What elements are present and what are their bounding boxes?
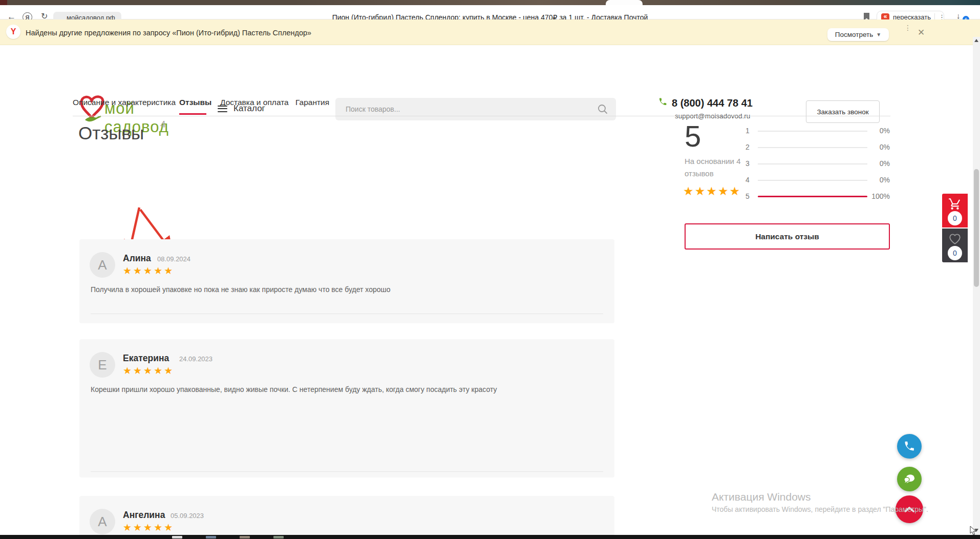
review-date: 05.09.2023 — [171, 512, 204, 520]
reviews-count: 4 — [160, 119, 166, 130]
windows-activation-watermark: Активация Windows — [712, 491, 811, 503]
yandex-logo-icon: Y — [6, 25, 20, 39]
summary-stars: ★★★★★ — [683, 184, 741, 198]
star-icon: ★ — [164, 265, 174, 276]
avatar: А — [90, 252, 115, 278]
notification-close-icon[interactable]: ✕ — [918, 27, 925, 38]
phone-number[interactable]: 8 (800) 444 78 41 — [672, 97, 753, 109]
bar-percent: 0% — [865, 176, 890, 184]
bar-label: 1 — [745, 127, 750, 135]
star-icon: ★ — [154, 522, 164, 533]
avatar: А — [90, 509, 115, 534]
notification-menu-icon[interactable]: ⋮ — [904, 26, 906, 29]
tab-description[interactable]: Описание и характеристика — [73, 98, 176, 107]
callback-fab[interactable] — [897, 434, 922, 459]
star-icon: ★ — [164, 522, 174, 533]
chat-fab[interactable] — [897, 467, 922, 491]
star-icon: ★ — [133, 522, 143, 533]
rating-bar — [758, 147, 867, 148]
cart-icon — [948, 197, 962, 211]
star-icon: ★ — [154, 365, 164, 376]
bar-percent: 100% — [865, 192, 890, 200]
tab-delivery[interactable]: Доставка и оплата — [220, 98, 289, 107]
star-icon: ★ — [143, 365, 154, 376]
cart-widget[interactable]: 0 — [942, 194, 968, 227]
search-input[interactable] — [335, 98, 616, 120]
bar-percent: 0% — [865, 143, 890, 151]
review-card: Е Екатерина 24.09.2023 ★★★★★ Корешки при… — [79, 339, 614, 478]
star-icon: ★ — [143, 522, 154, 533]
rating-bar — [758, 163, 867, 164]
active-tab-underline — [179, 113, 206, 115]
star-icon: ★ — [695, 184, 707, 198]
heart-icon — [948, 233, 962, 245]
based-on-text: отзывов — [685, 169, 714, 178]
review-text: Корешки пришли хорошо упакованные, видно… — [91, 385, 497, 393]
browser-toolbar: ← Я ↻ мойсадовод.рф Пион (Ито-гибрид) Па… — [0, 5, 980, 19]
review-date: 08.09.2024 — [157, 255, 190, 263]
tabs-divider — [73, 116, 890, 116]
favorites-widget[interactable]: 0 — [942, 229, 968, 262]
taskbar-edge — [0, 535, 980, 539]
windows-activation-hint: Чтобы активировать Windows, перейдите в … — [712, 505, 928, 513]
review-photo-thumbnail[interactable] — [79, 160, 128, 209]
review-text: Получила в хорошей упаковке но пока не з… — [91, 285, 391, 294]
tab-warranty[interactable]: Гарантия — [295, 98, 329, 107]
reviewer-name: Ангелина — [123, 510, 165, 521]
avatar: Е — [90, 352, 115, 378]
reviews-heading: Отзывы 4 — [78, 123, 144, 143]
star-icon: ★ — [133, 265, 143, 276]
review-stars: ★★★★★ — [123, 265, 174, 277]
rating-bar — [758, 180, 867, 181]
bar-label: 2 — [745, 143, 750, 151]
retell-menu-icon[interactable]: ⋮ — [939, 16, 941, 18]
star-icon: ★ — [154, 265, 164, 276]
mouse-cursor — [970, 526, 978, 536]
site-header: мой садовод Каталог 8 (800) 444 78 41 su… — [0, 45, 980, 92]
cart-count-badge: 0 — [948, 211, 962, 225]
review-stars: ★★★★★ — [123, 365, 174, 377]
reviewer-name: Екатерина — [123, 353, 169, 364]
rating-bar — [758, 196, 867, 197]
scrollbar-thumb[interactable] — [974, 169, 979, 287]
view-offers-button[interactable]: Посмотреть ▼ — [827, 28, 889, 41]
bar-label: 4 — [745, 176, 750, 184]
favorites-count-badge: 0 — [948, 246, 962, 260]
tab-reviews[interactable]: Отзывы — [179, 98, 211, 107]
browser-active-tab[interactable] — [606, 0, 643, 5]
contact-block[interactable]: 8 (800) 444 78 41 support@moisadovod.ru — [658, 97, 667, 108]
average-rating: 5 — [685, 119, 701, 153]
review-photo[interactable] — [93, 407, 135, 456]
phone-icon — [904, 441, 915, 452]
bar-percent: 0% — [865, 159, 890, 168]
rating-bar — [758, 131, 867, 132]
write-review-button[interactable]: Написать отзыв — [685, 223, 890, 250]
reviewer-name: Алина — [123, 253, 151, 264]
notification-text: Найдены другие предложения по запросу «П… — [26, 29, 311, 37]
star-icon: ★ — [706, 184, 718, 198]
order-call-button[interactable]: Заказать звонок — [806, 100, 880, 123]
review-card: А Ангелина 05.09.2023 ★★★★★ — [79, 496, 614, 539]
star-icon: ★ — [683, 184, 695, 198]
star-icon: ★ — [143, 265, 154, 276]
review-date: 24.09.2023 — [179, 355, 212, 363]
bar-percent: 0% — [865, 127, 890, 135]
divider — [91, 471, 603, 472]
based-on-text: На основании 4 — [685, 157, 741, 165]
search-box — [335, 98, 616, 120]
star-icon: ★ — [133, 365, 143, 376]
review-stars: ★★★★★ — [123, 522, 174, 533]
chevron-down-icon: ▼ — [876, 32, 881, 37]
bar-label: 3 — [745, 159, 750, 168]
browser-tab-strip — [0, 0, 980, 5]
phone-icon — [658, 97, 667, 106]
scroll-up-icon[interactable] — [974, 39, 978, 42]
bar-label: 5 — [745, 192, 750, 200]
star-icon: ★ — [730, 184, 741, 198]
star-icon: ★ — [164, 365, 174, 376]
star-icon: ★ — [718, 184, 730, 198]
star-icon: ★ — [123, 522, 133, 533]
star-icon: ★ — [123, 265, 133, 276]
search-icon[interactable] — [598, 104, 608, 114]
chat-icon — [903, 473, 915, 485]
